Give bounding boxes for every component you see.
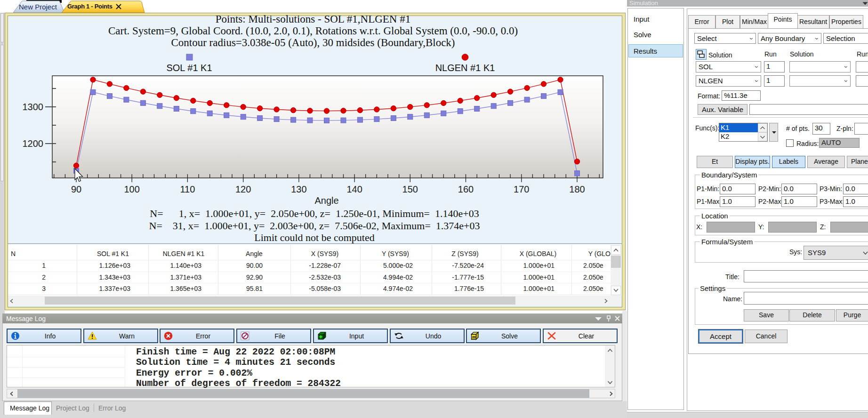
svg-text:170: 170	[514, 184, 529, 194]
svg-text:140: 140	[346, 184, 362, 194]
svg-text:Angle: Angle	[314, 195, 338, 206]
svg-text:1300: 1300	[23, 102, 44, 112]
svg-text:1200: 1200	[23, 138, 44, 149]
svg-text:100: 100	[124, 184, 140, 194]
svg-text:120: 120	[235, 184, 251, 194]
svg-text:160: 160	[458, 184, 474, 194]
svg-text:150: 150	[402, 184, 418, 194]
svg-text:110: 110	[180, 184, 195, 194]
svg-text:90: 90	[71, 184, 81, 194]
svg-text:180: 180	[569, 184, 585, 194]
svg-text:130: 130	[291, 184, 306, 194]
